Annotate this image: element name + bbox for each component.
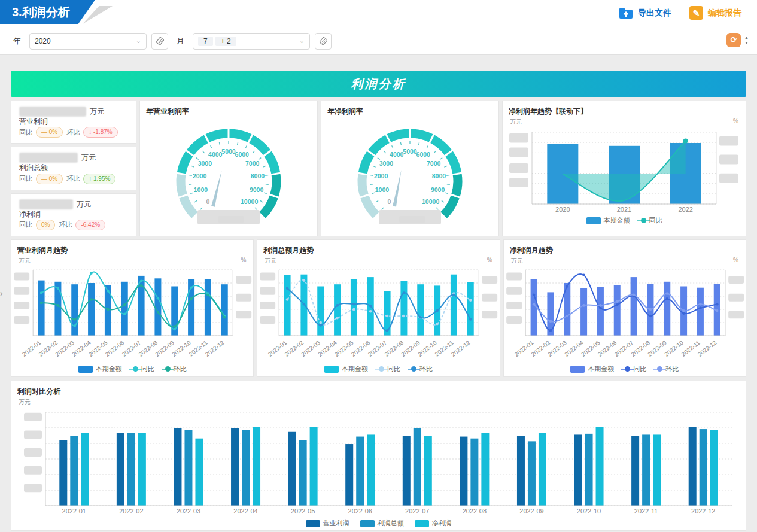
bar-本期金额[interactable] (351, 279, 357, 336)
edit-report-button[interactable]: ✎ 编辑报告 (689, 6, 741, 20)
bar-净利润[interactable] (539, 433, 546, 506)
total-profit-monthly-chart[interactable]: 2022-012022-022022-032022-042022-052022-… (257, 265, 499, 366)
bar-营业利润[interactable] (631, 436, 639, 506)
bar-本期金额[interactable] (418, 284, 424, 336)
bar-营业利润[interactable] (174, 428, 181, 506)
bar-营业利润[interactable] (345, 444, 353, 506)
bar-利润总额[interactable] (700, 429, 707, 506)
bar-营业利润[interactable] (288, 432, 296, 506)
bar-净利润[interactable] (81, 433, 89, 506)
bar-净利润[interactable] (424, 436, 432, 506)
bar-净利润[interactable] (481, 433, 489, 506)
bar-本期金额[interactable] (401, 281, 408, 336)
refresh-button[interactable]: ⟳ (726, 33, 741, 47)
legend-item-本期金额[interactable]: 本期金额 (78, 364, 122, 373)
gauge-operating-rate-svg[interactable]: 0100020003000400050006000700080009000100… (140, 119, 317, 234)
bar-本期金额[interactable] (318, 287, 324, 336)
bar-营业利润[interactable] (117, 433, 124, 506)
net-profit-monthly-svg[interactable]: 2022-012022-022022-032022-042022-052022-… (504, 265, 746, 366)
bar-净利润[interactable] (138, 433, 146, 506)
year-clear-filter-button[interactable] (151, 33, 168, 50)
panel-gauge-net-rate: 年净利润率 0100020003000400050006000700080009… (321, 101, 499, 236)
legend-item-本期金额[interactable]: 本期金额 (586, 216, 630, 225)
bar-本期金额[interactable] (221, 284, 228, 336)
bar-本期金额[interactable] (334, 284, 341, 336)
bar-利润总额[interactable] (470, 439, 478, 506)
month-select[interactable]: 7 + 2 ⌄ (193, 33, 310, 50)
bar-营业利润[interactable] (403, 436, 411, 506)
bar-利润总额[interactable] (642, 434, 650, 506)
month-clear-filter-button[interactable] (315, 33, 332, 50)
bar-本期金额[interactable] (597, 287, 604, 336)
bar-本期金额[interactable] (580, 288, 587, 336)
profit-compare-svg[interactable]: 2022-012022-022022-032022-042022-052022-… (11, 406, 746, 520)
bar-利润总额[interactable] (127, 433, 135, 506)
left-drawer-toggle-icon[interactable]: › (0, 281, 8, 305)
legend-item-利润总额[interactable]: 利润总额 (360, 519, 404, 528)
bar-营业利润[interactable] (231, 428, 239, 506)
spinner-up-icon[interactable]: ▲ (744, 35, 749, 39)
legend-item-环比[interactable]: 环比 (657, 364, 679, 373)
bar-净利润[interactable] (653, 434, 661, 506)
profit-comparison-chart[interactable]: 2022-012022-022022-032022-042022-052022-… (11, 406, 746, 520)
bar-利润总额[interactable] (356, 437, 364, 506)
bar-净利润[interactable] (195, 439, 203, 506)
bar-净利润[interactable] (367, 434, 375, 506)
bar-利润总额[interactable] (184, 430, 192, 506)
legend-item-净利润[interactable]: 净利润 (415, 519, 452, 528)
bar-利润总额[interactable] (299, 440, 307, 506)
bar-营业利润[interactable] (574, 434, 582, 506)
net-profit-year-trend-chart[interactable]: 202020212022 (503, 126, 746, 217)
bar-利润总额[interactable] (70, 436, 78, 506)
bar-净利润[interactable] (310, 427, 318, 506)
bar-利润总额[interactable] (414, 428, 421, 506)
net-profit-rate-gauge[interactable]: 0100020003000400050006000700080009000100… (321, 119, 498, 234)
bar-营业利润[interactable] (59, 440, 67, 506)
bar-本期金额[interactable] (205, 279, 211, 336)
year-select[interactable]: 2020 ⌄ (29, 33, 147, 50)
legend-item-同比[interactable]: 同比 (379, 364, 400, 373)
bar-利润总额[interactable] (585, 434, 593, 506)
bar-本期金额[interactable] (121, 282, 128, 336)
bar-本期金额[interactable] (284, 275, 291, 336)
month-tag[interactable]: 7 (198, 37, 213, 46)
bar-营业利润[interactable] (517, 436, 525, 506)
chevron-down-icon: ⌄ (136, 37, 141, 45)
legend-item-本期金额[interactable]: 本期金额 (324, 364, 368, 373)
net-profit-monthly-chart[interactable]: 2022-012022-022022-032022-042022-052022-… (504, 265, 746, 366)
legend-item-本期金额[interactable]: 本期金额 (570, 364, 614, 373)
legend-item-环比[interactable]: 环比 (165, 364, 187, 373)
bar-本期金额[interactable] (613, 285, 620, 336)
operating-profit-rate-gauge[interactable]: 0100020003000400050006000700080009000100… (140, 119, 317, 234)
operating-profit-monthly-chart[interactable]: 2022-012022-022022-032022-042022-052022-… (11, 265, 253, 366)
bar-本期金额[interactable] (467, 282, 474, 336)
net-profit-year-trend-svg[interactable]: 202020212022 (503, 126, 746, 217)
bar-本期金额[interactable] (71, 284, 78, 336)
bar-利润总额[interactable] (242, 430, 250, 506)
legend-item-同比[interactable]: 同比 (641, 216, 662, 225)
legend-item-环比[interactable]: 环比 (411, 364, 433, 373)
bar-本期金额[interactable] (451, 275, 457, 336)
bar-本期金额[interactable] (630, 277, 637, 336)
legend-item-同比[interactable]: 同比 (625, 364, 646, 373)
bar-本期金额[interactable] (38, 281, 45, 336)
month-tag-more[interactable]: + 2 (215, 37, 236, 46)
operating-profit-monthly-svg[interactable]: 2022-012022-022022-032022-042022-052022-… (11, 265, 253, 366)
bar-营业利润[interactable] (689, 427, 697, 506)
bar-净利润[interactable] (253, 427, 260, 506)
legend-item-营业利润[interactable]: 营业利润 (306, 519, 349, 528)
legend-item-同比[interactable]: 同比 (133, 364, 154, 373)
bar-利润总额[interactable] (528, 441, 536, 506)
bar-本期金额[interactable] (54, 282, 61, 336)
total-profit-monthly-svg[interactable]: 2022-012022-022022-032022-042022-052022-… (257, 265, 499, 366)
bar-本期金额[interactable] (664, 282, 670, 336)
bar-本期金额[interactable] (697, 288, 704, 336)
bar-营业利润[interactable] (460, 437, 467, 506)
spinner-down-icon[interactable]: ▼ (744, 41, 749, 45)
bar-净利润[interactable] (710, 430, 718, 506)
gauge-net-rate-svg[interactable]: 0100020003000400050006000700080009000100… (321, 119, 498, 234)
bar-本期金额[interactable] (88, 283, 95, 336)
bar-本期金额[interactable] (154, 278, 161, 336)
export-file-button[interactable]: 导出文件 (618, 7, 671, 20)
bar-净利润[interactable] (596, 427, 604, 506)
